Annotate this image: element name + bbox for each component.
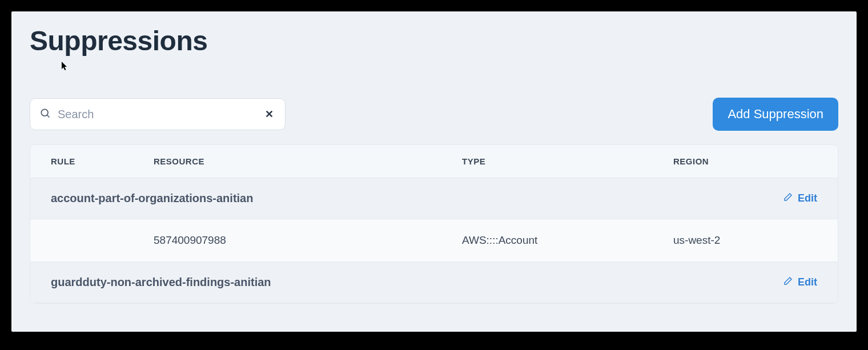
search-input[interactable] bbox=[51, 108, 263, 121]
pencil-icon bbox=[783, 192, 793, 205]
table-group-row: guardduty-non-archived-findings-anitian … bbox=[30, 262, 838, 303]
col-type: TYPE bbox=[462, 156, 673, 166]
add-suppression-button[interactable]: Add Suppression bbox=[713, 98, 838, 131]
col-rule: RULE bbox=[51, 156, 154, 166]
table-group-row: account-part-of-organizations-anitian Ed… bbox=[30, 178, 838, 219]
search-icon bbox=[39, 107, 51, 121]
cell-type: AWS::::Account bbox=[462, 234, 673, 247]
edit-label: Edit bbox=[798, 276, 817, 288]
svg-point-0 bbox=[41, 109, 48, 116]
search-box[interactable]: ✕ bbox=[30, 98, 286, 130]
col-resource: RESOURCE bbox=[154, 156, 462, 166]
cursor-icon bbox=[62, 62, 69, 73]
clear-icon[interactable]: ✕ bbox=[263, 106, 276, 123]
cell-region: us-west-2 bbox=[673, 234, 787, 247]
svg-line-1 bbox=[47, 115, 50, 118]
cell-resource: 587400907988 bbox=[154, 234, 462, 247]
rule-name: account-part-of-organizations-anitian bbox=[51, 192, 253, 205]
suppressions-table: RULE RESOURCE TYPE REGION account-part-o… bbox=[30, 144, 838, 304]
edit-label: Edit bbox=[798, 192, 817, 204]
toolbar: ✕ Add Suppression bbox=[30, 98, 838, 131]
table-header: RULE RESOURCE TYPE REGION bbox=[30, 145, 838, 178]
table-row: 587400907988 AWS::::Account us-west-2 bbox=[30, 219, 838, 262]
rule-name: guardduty-non-archived-findings-anitian bbox=[51, 276, 271, 289]
edit-button[interactable]: Edit bbox=[783, 276, 817, 289]
col-region: REGION bbox=[673, 156, 787, 166]
edit-button[interactable]: Edit bbox=[783, 192, 817, 205]
page-title: Suppressions bbox=[30, 25, 838, 57]
pencil-icon bbox=[783, 276, 793, 289]
